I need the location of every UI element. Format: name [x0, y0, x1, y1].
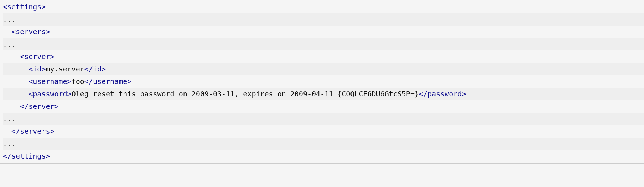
ellipsis: ... [3, 15, 16, 23]
code-line: </settings> [3, 150, 644, 162]
xml-tag: <password> [28, 90, 71, 98]
ellipsis: ... [3, 114, 16, 123]
xml-tag: <servers> [11, 27, 50, 36]
xml-tag: <server> [20, 52, 54, 61]
xml-tag: </server> [20, 102, 58, 111]
ellipsis: ... [3, 40, 16, 48]
xml-tag: <settings> [3, 2, 46, 11]
xml-tag: </id> [84, 65, 106, 73]
code-line: ... [3, 138, 644, 150]
xml-tag: </password> [419, 90, 466, 98]
xml-tag: </servers> [11, 127, 54, 135]
code-line: </servers> [3, 125, 644, 138]
code-line: <username>foo</username> [3, 75, 644, 88]
xml-text: my.server [46, 65, 84, 73]
xml-tag: <id> [28, 65, 46, 73]
xml-text: foo [72, 77, 84, 86]
code-line: ... [3, 113, 644, 125]
xml-tag: <username> [28, 77, 71, 86]
code-line: ... [3, 38, 644, 50]
code-line: <server> [3, 50, 644, 63]
code-line: <servers> [3, 26, 644, 38]
code-block: <settings>... <servers>... <server> <id>… [0, 0, 644, 164]
xml-tag: </username> [84, 77, 131, 86]
code-line: <password>Oleg reset this password on 20… [3, 88, 644, 100]
code-line: <settings> [3, 1, 644, 13]
xml-text: Oleg reset this password on 2009-03-11, … [72, 90, 419, 98]
xml-tag: </settings> [3, 152, 50, 160]
code-line: <id>my.server</id> [3, 63, 644, 75]
ellipsis: ... [3, 139, 16, 148]
code-line: ... [3, 13, 644, 26]
code-line: </server> [3, 100, 644, 113]
